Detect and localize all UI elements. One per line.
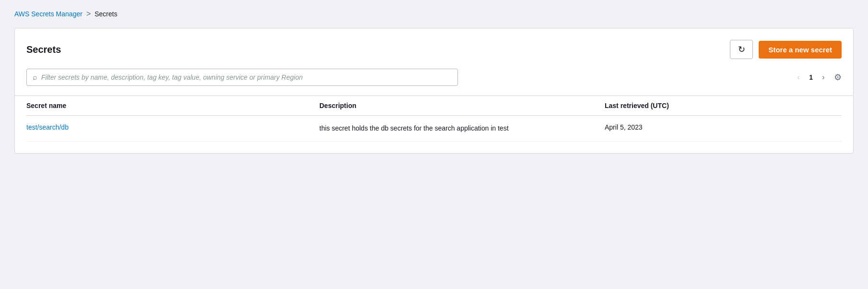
breadcrumb: AWS Secrets Manager > Secrets [14, 10, 854, 18]
table-row: test/search/dbthis secret holds the db s… [26, 116, 842, 142]
breadcrumb-current-page: Secrets [94, 10, 117, 18]
store-secret-button[interactable]: Store a new secret [759, 41, 842, 59]
column-header-description: Description [312, 96, 597, 116]
secret-name-link[interactable]: test/search/db [26, 123, 69, 131]
pagination-next-button[interactable]: › [817, 71, 830, 84]
main-panel: Secrets ↻ Store a new secret ⌕ ‹ 1 › ⚙ S… [14, 28, 854, 154]
page-title: Secrets [26, 44, 61, 55]
breadcrumb-separator: > [86, 10, 91, 18]
pagination-controls: ‹ 1 › ⚙ [792, 71, 842, 84]
last-retrieved-cell: April 5, 2023 [597, 116, 842, 142]
pagination-current-page: 1 [809, 73, 813, 81]
refresh-icon: ↻ [738, 44, 745, 55]
table-header-row: Secret name Description Last retrieved (… [26, 96, 842, 116]
search-input[interactable] [41, 73, 452, 81]
secret-name-cell: test/search/db [26, 116, 312, 142]
secrets-table: Secret name Description Last retrieved (… [26, 96, 842, 142]
search-input-wrapper: ⌕ [26, 69, 458, 86]
search-icon: ⌕ [33, 73, 37, 82]
column-header-last-retrieved: Last retrieved (UTC) [597, 96, 842, 116]
pagination-prev-button[interactable]: ‹ [792, 71, 805, 84]
settings-icon[interactable]: ⚙ [834, 72, 842, 83]
column-header-secret-name: Secret name [26, 96, 312, 116]
header-actions: ↻ Store a new secret [730, 40, 842, 59]
breadcrumb-service-link[interactable]: AWS Secrets Manager [14, 10, 82, 18]
search-row: ⌕ ‹ 1 › ⚙ [26, 69, 842, 86]
description-cell: this secret holds the db secrets for the… [312, 116, 597, 142]
refresh-button[interactable]: ↻ [730, 40, 753, 59]
panel-header: Secrets ↻ Store a new secret [26, 40, 842, 59]
